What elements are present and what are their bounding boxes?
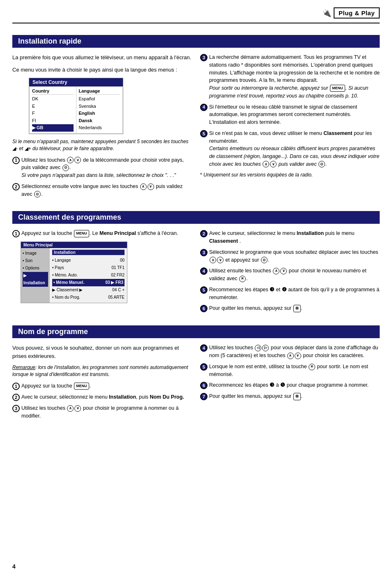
nom-step-1-text: Appuyez sur la touche MENU.	[21, 382, 192, 390]
select-country-title: Select Country	[29, 78, 123, 86]
nom-step-num-7: 7	[200, 393, 208, 400]
menu-row-pays: • Pays01 TF1	[52, 264, 125, 272]
nom-step-num-6: 6	[200, 382, 208, 389]
classement-step-2-text: Avec le curseur, sélectionnez le menu In…	[209, 230, 380, 245]
nom-step-6: 6 Recommencez les étapes ❸ à ❺ pour chaq…	[200, 381, 380, 389]
classement-step-3-text: Sélectionnez le programme que vous souha…	[209, 248, 380, 264]
nom-step-num-2: 2	[12, 394, 20, 401]
menu-item-installation: ▶ Installation	[23, 272, 48, 287]
menu-item-options: • Options	[23, 265, 48, 272]
installation-step-1: 1 Utilisez les touches ∧∨ de la télécomm…	[12, 156, 192, 179]
country-item-e: E	[32, 103, 74, 110]
language-col: Language Español Svenska English Dansk N…	[76, 87, 123, 133]
lang-dansk: Dansk	[79, 117, 120, 125]
installation-right-col: 3 La recherche démarre automatiquement. …	[200, 53, 380, 201]
step-num-3: 3	[200, 54, 208, 61]
installation-step-4: 4 Si l'émetteur ou le réseau câblé trans…	[200, 103, 380, 126]
plug-play-header: 🔌 Plug & Play	[322, 7, 380, 19]
installation-left-col: La première fois que vous allumez le tél…	[12, 53, 192, 201]
classement-step-num-1: 1	[12, 230, 20, 237]
classement-step-5-text: Recommencez les étapes ❸ et ❹ autant de …	[209, 286, 380, 302]
country-col: Country DK E F FI ▶ GB	[30, 87, 76, 133]
classement-step-6: 6 Pour quitter les menus, appuyez sur ⊞.	[200, 304, 380, 312]
language-col-header: Language	[79, 88, 120, 95]
menu-row-memo-auto: • Mémo. Auto.02 FR2	[52, 272, 125, 279]
menu-content: Installation • Langage00 • Pays01 TF1 • …	[50, 248, 127, 303]
installation-step-2: 2 Sélectionnez ensuite votre langue avec…	[12, 183, 192, 198]
lang-english: English	[79, 110, 120, 117]
menu-row-nom: • Nom du Prog.05 ARTE	[52, 294, 125, 301]
step-num-1: 1	[12, 157, 20, 164]
nom-step-3: 3 Utilisez les touches ∧∨ pour choisir l…	[12, 404, 192, 420]
menu-row-langage: • Langage00	[52, 257, 125, 264]
country-col-header: Country	[32, 88, 74, 95]
step-num-4: 4	[200, 104, 208, 111]
nom-intro: Vous pouvez, si vous le souhaitez, donne…	[12, 344, 192, 360]
nom-step-5-text: Lorsque le nom est entré, utilisez la to…	[209, 363, 380, 378]
menu-screen-bar: Menu Principal	[21, 242, 127, 248]
top-rule	[12, 23, 380, 23]
step-4-text: Si l'émetteur ou le réseau câblé transme…	[209, 103, 380, 126]
nom-step-num-3: 3	[12, 405, 20, 412]
step-3-text: La recherche démarre automatiquement. To…	[209, 53, 380, 100]
classement-step-5: 5 Recommencez les étapes ❸ et ❹ autant d…	[200, 286, 380, 302]
section-installation-title: Installation rapide	[12, 35, 380, 48]
installation-step-3: 3 La recherche démarre automatiquement. …	[200, 53, 380, 100]
menu-sidebar: • Image • Son • Options ▶ Installation	[21, 248, 50, 303]
nom-left-col: Vous pouvez, si vous le souhaitez, donne…	[12, 344, 192, 423]
menu-item-image: • Image	[23, 250, 48, 257]
step-2-text: Sélectionnez ensuite votre langue avec l…	[21, 183, 192, 198]
classement-step-4: 4 Utilisez ensuite les touches ∧∨ pour c…	[200, 267, 380, 283]
installation-step-5: 5 Si ce n'est pas le cas, vous devez uti…	[200, 130, 380, 168]
section-installation: Installation rapide La première fois que…	[12, 35, 380, 201]
section-classement-title: Classement des programmes	[12, 211, 380, 224]
nom-step-2: 2 Avec le curseur, sélectionnez le menu …	[12, 393, 192, 401]
classement-step-num-4: 4	[200, 267, 208, 275]
nom-step-num-4: 4	[200, 344, 208, 352]
section-nom-programme: Nom de programme Vous pouvez, si vous le…	[12, 325, 380, 423]
country-item-dk: DK	[32, 95, 74, 103]
country-item-gb: ▶ GB	[32, 124, 74, 132]
nom-step-4: 4 Utilisez les touches ◁▷ pour vous dépl…	[200, 344, 380, 360]
plug-icon: 🔌	[322, 9, 331, 18]
classement-step-3: 3 Sélectionnez le programme que vous sou…	[200, 248, 380, 264]
nom-step-3-text: Utilisez les touches ∧∨ pour choisir le …	[21, 404, 192, 420]
classement-step-num-2: 2	[200, 230, 208, 237]
lang-nederlands: Nederlands	[79, 124, 120, 132]
step-1-text: Utilisez les touches ∧∨ de la télécomman…	[21, 156, 192, 179]
classement-step-1-text: Appuyez sur la touche MENU. Le Menu Prin…	[21, 230, 192, 237]
menu-row-memo-manuel: • Mémo Manuel.03 ▶ FR3	[52, 279, 125, 286]
nom-step-num-5: 5	[200, 363, 208, 371]
nom-step-2-text: Avec le curseur, sélectionnez le menu In…	[21, 393, 192, 401]
classement-step-num-3: 3	[200, 249, 208, 256]
section-classement: Classement des programmes 1 Appuyez sur …	[12, 211, 380, 316]
asterisk-note: * Uniquement sur les versions équipées d…	[200, 172, 380, 179]
step-num-2: 2	[12, 183, 20, 190]
nom-step-num-1: 1	[12, 383, 20, 390]
section-nom-title: Nom de programme	[12, 325, 380, 338]
menu-row-classement: ▶ Classement ▶04 C +	[52, 286, 125, 294]
country-item-f: F	[32, 110, 74, 117]
step-5-text: Si ce n'est pas le cas, vous devez utili…	[209, 130, 380, 168]
menu-item-son: • Son	[23, 257, 48, 265]
step-num-5: 5	[200, 130, 208, 137]
classement-step-2: 2 Avec le curseur, sélectionnez le menu …	[200, 230, 380, 245]
nom-italic-note: Remarque: lors de l'installation, les pr…	[12, 364, 192, 378]
installation-italic-note: Si le menu n'apparaît pas, maintenez app…	[12, 138, 192, 152]
classement-step-num-5: 5	[200, 286, 208, 294]
menu-content-title: Installation	[52, 250, 125, 255]
classement-step-num-6: 6	[200, 305, 208, 312]
nom-step-4-text: Utilisez les touches ◁▷ pour vous déplac…	[209, 344, 380, 360]
lang-svenska: Svenska	[79, 103, 120, 110]
classement-step-6-text: Pour quitter les menus, appuyez sur ⊞.	[209, 304, 380, 312]
classement-step-1: 1 Appuyez sur la touche MENU. Le Menu Pr…	[12, 230, 192, 237]
nom-right-col: 4 Utilisez les touches ◁▷ pour vous dépl…	[200, 344, 380, 423]
installation-intro2: Ce menu vous invite à choisir le pays ai…	[12, 66, 192, 74]
installation-intro1: La première fois que vous allumez le tél…	[12, 53, 192, 62]
country-item-fi: FI	[32, 117, 74, 125]
menu-screen: Menu Principal • Image • Son • Options ▶…	[21, 241, 127, 303]
select-country-box: Select Country Country DK E F FI ▶ GB La…	[29, 78, 123, 134]
classement-step-4-text: Utilisez ensuite les touches ∧∨ pour cho…	[209, 267, 380, 283]
page-number: 4	[12, 563, 16, 570]
classement-right-col: 2 Avec le curseur, sélectionnez le menu …	[200, 230, 380, 316]
